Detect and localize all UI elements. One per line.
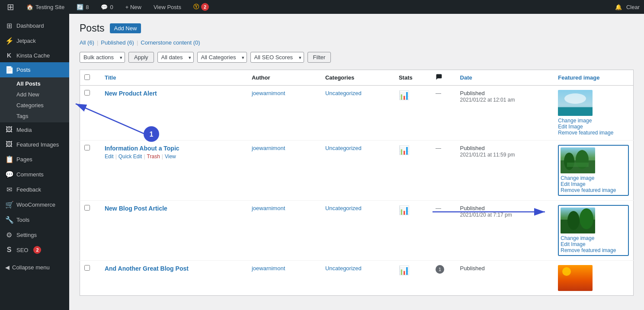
row-title-cell: And Another Great Blog Post xyxy=(100,261,247,296)
row-checkbox[interactable] xyxy=(84,90,90,96)
view-posts-button[interactable]: View Posts xyxy=(151,0,184,14)
post-title-link[interactable]: New Product Alert xyxy=(105,90,157,97)
category-link[interactable]: Uncategorized xyxy=(325,205,362,211)
sidebar-subitem-add-new[interactable]: Add New xyxy=(0,89,69,100)
stats-bars-icon[interactable]: 📊 xyxy=(399,205,410,215)
sidebar-item-pages[interactable]: 📋 Pages xyxy=(0,152,69,167)
table-row: New Blog Post Article joewarnimont Uncat… xyxy=(80,201,634,261)
filter-all-link[interactable]: All (6) xyxy=(80,39,94,46)
sidebar-label-tools: Tools xyxy=(16,217,29,223)
post-title-link[interactable]: New Blog Post Article xyxy=(105,205,167,212)
category-link[interactable]: Uncategorized xyxy=(325,265,362,272)
bulk-actions-select[interactable]: Bulk actions xyxy=(80,52,125,63)
row-checkbox[interactable] xyxy=(84,205,90,211)
post-title-link[interactable]: Information About a Topic xyxy=(105,145,179,152)
comments-button[interactable]: 💬 0 xyxy=(98,0,115,14)
sidebar-item-kinsta[interactable]: K Kinsta Cache xyxy=(0,48,69,62)
trash-link[interactable]: Trash xyxy=(147,153,160,160)
remove-image-link[interactable]: Remove featured image xyxy=(561,247,626,253)
row-checkbox[interactable] xyxy=(84,145,90,150)
clear-button[interactable]: Clear xyxy=(626,4,640,10)
row-author-cell: joewarnimont xyxy=(247,261,321,296)
featured-highlight-box: Change image Edit Image Remove featured … xyxy=(558,205,629,256)
seo-plugin-button[interactable]: Ⓨ 2 xyxy=(191,0,211,14)
col-date-header[interactable]: Date xyxy=(456,70,554,86)
row-checkbox[interactable] xyxy=(84,265,90,271)
updates-button[interactable]: 🔄 8 xyxy=(74,0,91,14)
sidebar-item-comments[interactable]: 💬 Comments xyxy=(0,167,69,182)
admin-bar: ⊞ 🏠 Testing Site 🔄 8 💬 0 + New View Post… xyxy=(0,0,644,14)
sidebar-label-pages: Pages xyxy=(16,156,32,163)
author-link[interactable]: joewarnimont xyxy=(252,145,285,151)
change-image-link[interactable]: Change image xyxy=(561,235,626,241)
sidebar-item-featured-images[interactable]: 🖼 Featured Images xyxy=(0,137,69,152)
settings-icon: ⚙ xyxy=(5,231,13,239)
sidebar-item-settings[interactable]: ⚙ Settings xyxy=(0,227,69,243)
category-link[interactable]: Uncategorized xyxy=(325,145,362,151)
svg-point-10 xyxy=(567,211,580,230)
stats-bars-icon[interactable]: 📊 xyxy=(399,145,410,155)
post-title-link[interactable]: And Another Great Blog Post xyxy=(105,265,189,272)
row-title-cell: New Product Alert xyxy=(100,86,247,141)
edit-link[interactable]: Edit xyxy=(105,153,114,160)
apply-button[interactable]: Apply xyxy=(128,52,154,63)
all-categories-select[interactable]: All Categories xyxy=(197,52,247,63)
seo-scores-select[interactable]: All SEO Scores xyxy=(250,52,304,63)
remove-image-link[interactable]: Remove featured image xyxy=(561,187,626,193)
add-new-button[interactable]: Add New xyxy=(110,23,141,33)
author-link[interactable]: joewarnimont xyxy=(252,90,285,96)
sidebar-item-media[interactable]: 🖼 Media xyxy=(0,122,69,137)
wp-logo-icon: ⊞ xyxy=(7,2,14,12)
sidebar-item-dashboard[interactable]: ⊞ Dashboard xyxy=(0,18,69,33)
site-name-label: Testing Site xyxy=(35,4,64,10)
stats-bars-icon[interactable]: 📊 xyxy=(399,265,410,275)
col-stats-header: Stats xyxy=(394,70,431,86)
sidebar-item-seo[interactable]: S SEO 2 xyxy=(0,243,69,257)
sidebar-item-posts[interactable]: 📄 Posts xyxy=(0,62,69,77)
wp-logo-button[interactable]: ⊞ xyxy=(4,0,17,14)
sidebar-label-comments: Comments xyxy=(16,171,44,178)
sidebar-subitem-all-posts[interactable]: All Posts xyxy=(0,78,69,89)
category-link[interactable]: Uncategorized xyxy=(325,90,362,96)
change-image-link[interactable]: Change image xyxy=(561,175,626,181)
edit-image-link[interactable]: Edit Image xyxy=(561,181,626,187)
posts-icon: 📄 xyxy=(5,66,13,74)
row-comments-cell: — xyxy=(431,86,456,141)
row-category-cell: Uncategorized xyxy=(321,141,394,201)
filter-button[interactable]: Filter xyxy=(308,52,331,63)
select-all-checkbox[interactable] xyxy=(84,74,90,80)
sidebar-item-feedback[interactable]: ✉ Feedback xyxy=(0,182,69,197)
remove-image-link[interactable]: Remove featured image xyxy=(558,130,629,136)
featured-images-icon: 🖼 xyxy=(5,141,13,148)
collapse-menu-button[interactable]: ◀ Collapse menu xyxy=(0,261,69,274)
sidebar-label-settings: Settings xyxy=(16,232,37,238)
filter-published-link[interactable]: Published (6) xyxy=(101,39,134,46)
new-button[interactable]: + New xyxy=(123,0,144,14)
bell-icon[interactable]: 🔔 xyxy=(615,4,622,10)
featured-image-thumb xyxy=(558,265,593,291)
stats-bars-icon[interactable]: 📊 xyxy=(399,90,410,100)
filters-bar: Bulk actions Apply All dates All Categor… xyxy=(80,52,634,63)
author-link[interactable]: joewarnimont xyxy=(252,265,285,272)
all-dates-select[interactable]: All dates xyxy=(157,52,194,63)
edit-image-link[interactable]: Edit Image xyxy=(561,241,626,247)
col-title-header[interactable]: Title xyxy=(100,70,247,86)
sidebar-subitem-categories[interactable]: Categories xyxy=(0,100,69,111)
svg-rect-7 xyxy=(567,163,589,167)
quick-edit-link[interactable]: Quick Edit xyxy=(119,153,142,160)
row-actions: Edit | Quick Edit | Trash | View xyxy=(105,153,243,160)
sidebar-subitem-tags[interactable]: Tags xyxy=(0,111,69,121)
author-link[interactable]: joewarnimont xyxy=(252,205,285,211)
comments-count: 0 xyxy=(110,4,113,10)
all-categories-wrap: All Categories xyxy=(197,52,247,63)
filter-cornerstone-link[interactable]: Cornerstone content (0) xyxy=(141,39,200,46)
sidebar-item-tools[interactable]: 🔧 Tools xyxy=(0,212,69,227)
sidebar-item-jetpack[interactable]: ⚡ Jetpack xyxy=(0,33,69,48)
edit-image-link[interactable]: Edit Image xyxy=(558,124,629,130)
row-featured-cell xyxy=(554,261,633,296)
sidebar-item-woocommerce[interactable]: 🛒 WooCommerce xyxy=(0,197,69,212)
row-date-cell: Published 2021/01/20 at 7:17 pm xyxy=(456,201,554,261)
view-link[interactable]: View xyxy=(165,153,176,160)
site-name-button[interactable]: 🏠 Testing Site xyxy=(24,0,67,14)
change-image-link[interactable]: Change image xyxy=(558,118,629,124)
